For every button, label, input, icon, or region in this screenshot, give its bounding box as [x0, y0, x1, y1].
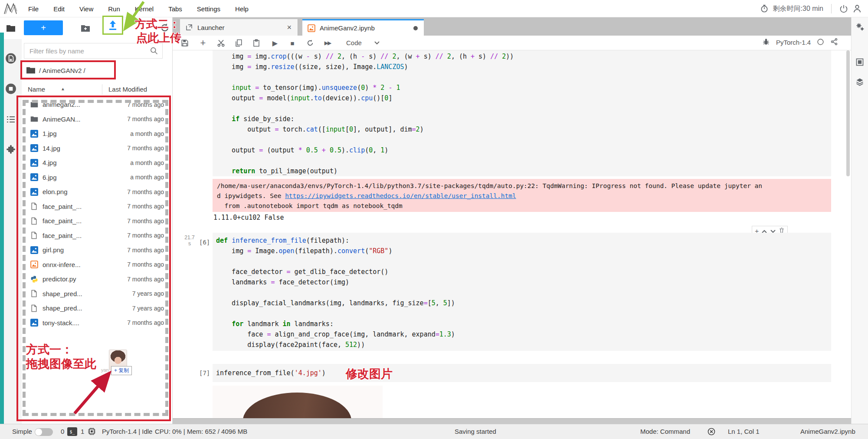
code-cell-7-editor[interactable]: inference_from_file('4.jpg')	[213, 364, 831, 382]
property-inspector-icon[interactable]	[855, 22, 865, 31]
user-icon[interactable]	[852, 4, 862, 13]
menu-settings[interactable]: Settings	[190, 5, 228, 13]
restart-run-all-icon[interactable]: ▶▶	[322, 38, 333, 48]
file-row[interactable]: 6.jpga month ago	[22, 170, 171, 185]
file-browser-icon[interactable]	[5, 23, 16, 34]
cut-cells-icon[interactable]	[216, 38, 226, 48]
column-last-modified[interactable]: Last Modified	[108, 86, 147, 93]
jupyterlab-app: FileEditViewRunKernelTabsSettingsHelp 剩余…	[0, 0, 868, 439]
kernel-chip-icon[interactable]	[88, 427, 96, 437]
kernel-toolbar-group: PyTorch-1.4	[762, 38, 838, 47]
tab-notebook-label: AnimeGanv2.ipynb	[320, 24, 375, 32]
trust-shield-icon[interactable]	[707, 427, 716, 437]
debugger-bug-icon[interactable]	[762, 38, 770, 47]
debugger-panel-icon[interactable]	[855, 58, 865, 67]
stop-kernel-icon[interactable]: ■	[287, 38, 298, 48]
stop-sessions-icon[interactable]	[5, 83, 16, 94]
stdout-text: 1.11.0+cu102 False	[213, 214, 284, 221]
plus-icon: +	[41, 23, 46, 33]
cell-type-select[interactable]: Code	[346, 37, 395, 49]
unsaved-dot-icon	[413, 26, 418, 30]
file-list-header: Name ▲ Last Modified	[22, 83, 171, 96]
file-row[interactable]: 4.jpga month ago	[22, 155, 171, 170]
table-of-contents-icon[interactable]	[5, 114, 16, 125]
image-file-icon	[30, 188, 38, 196]
menu-file[interactable]: File	[21, 5, 46, 13]
file-row[interactable]: face_paint_...7 months ago	[22, 228, 171, 243]
menu-tabs[interactable]: Tabs	[161, 5, 190, 13]
file-row[interactable]: predictor.py7 months ago	[22, 272, 171, 287]
file-row[interactable]: face_paint_...7 months ago	[22, 214, 171, 228]
menu-help[interactable]: Help	[228, 5, 256, 13]
terminal-icon[interactable]: $_	[67, 427, 77, 436]
tab-launcher[interactable]: Launcher ×	[180, 19, 298, 36]
warning-link[interactable]: https://ipywidgets.readthedocs.io/en/sta…	[285, 192, 516, 199]
layers-panel-icon[interactable]	[855, 77, 865, 87]
menu-view[interactable]: View	[72, 5, 101, 13]
file-name: 6.jpg	[43, 174, 57, 181]
paste-cells-icon[interactable]	[251, 38, 262, 48]
annotation-method2-title: 方式二：	[135, 17, 180, 32]
code-line: landmarks = face_detector(img)	[216, 277, 831, 287]
code-cell-1-editor[interactable]: img = img.crop(((w - s) // 2, (h - s) //…	[213, 50, 831, 176]
vertical-scrollbar[interactable]	[846, 50, 850, 176]
file-name: face_paint_...	[43, 203, 82, 210]
file-row[interactable]: shape_pred...7 years ago	[22, 287, 171, 301]
command-mode[interactable]: Mode: Command	[640, 428, 690, 435]
running-sessions-icon[interactable]	[5, 53, 16, 64]
cell-6-prompt: [6]	[199, 239, 210, 246]
file-row[interactable]: AnimeGAN...7 months ago	[22, 112, 171, 127]
add-cell-icon[interactable]: +	[198, 38, 208, 48]
simple-mode-toggle[interactable]	[35, 428, 53, 436]
file-row[interactable]: 1.jpga month ago	[22, 126, 171, 141]
file-modified: 7 years ago	[132, 305, 164, 312]
file-name: predictor.py	[43, 275, 76, 283]
cursor-position[interactable]: Ln 1, Col 1	[728, 428, 760, 435]
simple-mode-label: Simple	[12, 428, 32, 435]
extensions-icon[interactable]	[5, 144, 16, 155]
breadcrumb-annotation-box	[20, 60, 116, 79]
code-line: from .autonotebook import tqdm as notebo…	[217, 201, 827, 211]
upload-icon[interactable]	[108, 20, 118, 33]
file-row[interactable]: girl.png7 months ago	[22, 243, 171, 257]
file-name: shape_pred...	[43, 290, 82, 297]
sort-asc-icon[interactable]: ▲	[61, 86, 65, 91]
annotation-method2-text: 点此上传	[136, 30, 181, 46]
file-name: animegan2...	[43, 101, 80, 108]
image-file-icon	[30, 319, 38, 327]
file-name: girl.png	[43, 246, 64, 254]
column-name[interactable]: Name	[28, 86, 45, 93]
new-folder-icon[interactable]	[80, 23, 91, 35]
kernel-name[interactable]: PyTorch-1.4	[776, 39, 811, 46]
restart-kernel-icon[interactable]	[305, 38, 315, 48]
power-icon[interactable]	[839, 4, 848, 13]
share-icon[interactable]	[830, 38, 838, 47]
file-row[interactable]: 14.jpg7 months ago	[22, 141, 171, 156]
kernel-status[interactable]: PyTorch-1.4 | Idle	[102, 428, 152, 435]
file-file-icon	[30, 290, 38, 297]
code-cell-6-editor[interactable]: def inference_from_file(filepath): img =…	[213, 233, 831, 351]
annotation-modify-image: 修改图片	[346, 366, 393, 382]
filter-files-input[interactable]	[24, 43, 162, 58]
file-modified: 7 months ago	[127, 261, 164, 268]
image-file-icon	[30, 173, 38, 181]
file-row[interactable]: onnx-infere...7 months ago	[22, 257, 171, 272]
file-modified: 7 months ago	[127, 218, 164, 224]
notebook-file-icon	[30, 261, 38, 268]
status-bar: Simple 0 $_ 1 PyTorch-1.4 | Idle CPU: 0%…	[0, 424, 868, 439]
file-row[interactable]: tony-stack....7 months ago	[22, 316, 171, 330]
resource-usage: CPU: 0% | Mem: 652 / 4096 MB	[155, 428, 247, 435]
tab-notebook-active[interactable]: AnimeGanv2.ipynb	[302, 19, 424, 36]
new-launcher-button[interactable]: +	[24, 20, 63, 35]
menu-edit[interactable]: Edit	[46, 5, 72, 13]
run-cell-icon[interactable]: ▶	[270, 38, 280, 48]
file-row[interactable]: elon.png7 months ago	[22, 185, 171, 199]
close-icon[interactable]: ×	[287, 23, 292, 32]
copy-cells-icon[interactable]	[233, 38, 244, 48]
file-row[interactable]: face_paint_...7 months ago	[22, 199, 171, 214]
file-row[interactable]: shape_pred...7 years ago	[22, 301, 171, 316]
file-row[interactable]: animegan2...7 months ago	[22, 97, 171, 112]
code-line	[216, 103, 831, 114]
file-name: 1.jpg	[43, 130, 57, 137]
horizontal-scrollbar[interactable]	[173, 418, 851, 424]
